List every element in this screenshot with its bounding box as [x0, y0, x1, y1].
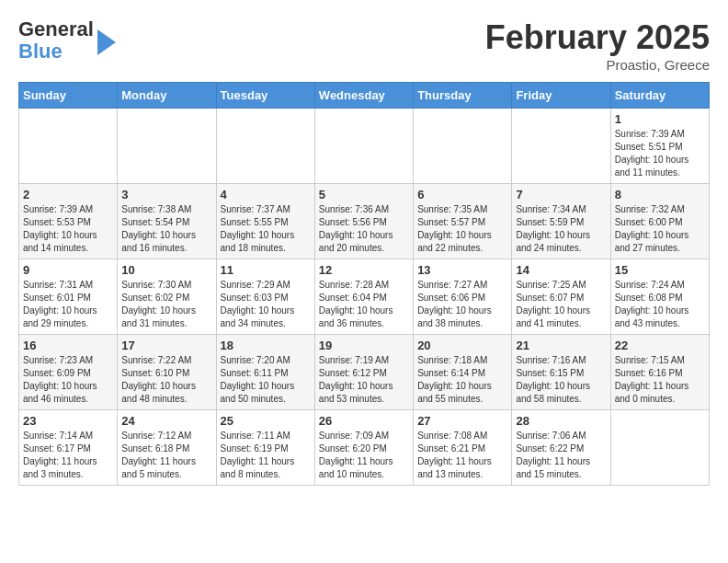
day-info: Sunrise: 7:25 AM Sunset: 6:07 PM Dayligh…: [516, 279, 606, 330]
day-info: Sunrise: 7:32 AM Sunset: 6:00 PM Dayligh…: [615, 203, 705, 255]
day-number: 1: [615, 112, 705, 126]
logo: General Blue: [18, 18, 116, 63]
weekday-sunday: Sunday: [19, 83, 118, 109]
day-info: Sunrise: 7:23 AM Sunset: 6:09 PM Dayligh…: [23, 354, 113, 406]
title-block: February 2025 Proastio, Greece: [485, 18, 710, 73]
day-number: 14: [516, 263, 606, 277]
calendar-cell: 16Sunrise: 7:23 AM Sunset: 6:09 PM Dayli…: [19, 335, 118, 410]
logo-general: General: [18, 18, 94, 40]
day-number: 18: [221, 339, 311, 352]
day-number: 20: [417, 339, 507, 352]
weekday-monday: Monday: [118, 83, 216, 109]
weekday-tuesday: Tuesday: [216, 83, 314, 109]
day-info: Sunrise: 7:34 AM Sunset: 5:59 PM Dayligh…: [516, 203, 606, 255]
calendar-cell: 27Sunrise: 7:08 AM Sunset: 6:21 PM Dayli…: [414, 410, 512, 486]
calendar-cell: 4Sunrise: 7:37 AM Sunset: 5:55 PM Daylig…: [216, 184, 314, 259]
logo-blue: Blue: [18, 40, 94, 63]
calendar-cell: 23Sunrise: 7:14 AM Sunset: 6:17 PM Dayli…: [19, 410, 118, 486]
day-number: 26: [319, 414, 409, 428]
weekday-header-row: SundayMondayTuesdayWednesdayThursdayFrid…: [19, 83, 710, 109]
day-number: 8: [615, 188, 705, 201]
day-info: Sunrise: 7:22 AM Sunset: 6:10 PM Dayligh…: [121, 354, 211, 406]
calendar-cell: 15Sunrise: 7:24 AM Sunset: 6:08 PM Dayli…: [610, 259, 709, 335]
day-number: 10: [121, 263, 211, 277]
page-header: General Blue February 2025 Proastio, Gre…: [18, 18, 710, 73]
day-number: 7: [516, 188, 606, 201]
day-number: 13: [417, 263, 507, 277]
day-number: 24: [121, 414, 211, 428]
day-info: Sunrise: 7:39 AM Sunset: 5:51 PM Dayligh…: [615, 128, 705, 179]
calendar-cell: [610, 410, 709, 486]
calendar-cell: 17Sunrise: 7:22 AM Sunset: 6:10 PM Dayli…: [118, 335, 216, 410]
week-row-2: 9Sunrise: 7:31 AM Sunset: 6:01 PM Daylig…: [19, 259, 710, 335]
logo-arrow-icon: [97, 29, 116, 55]
calendar-cell: 24Sunrise: 7:12 AM Sunset: 6:18 PM Dayli…: [118, 410, 216, 486]
week-row-3: 16Sunrise: 7:23 AM Sunset: 6:09 PM Dayli…: [19, 335, 710, 410]
week-row-1: 2Sunrise: 7:39 AM Sunset: 5:53 PM Daylig…: [19, 184, 710, 259]
calendar-cell: 28Sunrise: 7:06 AM Sunset: 6:22 PM Dayli…: [512, 410, 610, 486]
day-number: 17: [121, 339, 211, 352]
day-info: Sunrise: 7:11 AM Sunset: 6:19 PM Dayligh…: [221, 430, 311, 481]
location: Proastio, Greece: [485, 57, 710, 73]
day-number: 6: [417, 188, 507, 201]
day-number: 9: [23, 263, 113, 277]
calendar-cell: 9Sunrise: 7:31 AM Sunset: 6:01 PM Daylig…: [19, 259, 118, 335]
day-info: Sunrise: 7:27 AM Sunset: 6:06 PM Dayligh…: [417, 279, 507, 330]
day-info: Sunrise: 7:37 AM Sunset: 5:55 PM Dayligh…: [221, 203, 311, 255]
day-info: Sunrise: 7:29 AM Sunset: 6:03 PM Dayligh…: [221, 279, 311, 330]
calendar-cell: 26Sunrise: 7:09 AM Sunset: 6:20 PM Dayli…: [314, 410, 413, 486]
calendar-body: 1Sunrise: 7:39 AM Sunset: 5:51 PM Daylig…: [19, 109, 710, 486]
calendar-cell: 25Sunrise: 7:11 AM Sunset: 6:19 PM Dayli…: [216, 410, 314, 486]
day-info: Sunrise: 7:30 AM Sunset: 6:02 PM Dayligh…: [121, 279, 211, 330]
day-number: 16: [23, 339, 113, 352]
calendar-cell: 20Sunrise: 7:18 AM Sunset: 6:14 PM Dayli…: [414, 335, 512, 410]
day-info: Sunrise: 7:18 AM Sunset: 6:14 PM Dayligh…: [417, 354, 507, 406]
calendar-table: SundayMondayTuesdayWednesdayThursdayFrid…: [18, 82, 710, 486]
day-info: Sunrise: 7:24 AM Sunset: 6:08 PM Dayligh…: [615, 279, 705, 330]
day-info: Sunrise: 7:09 AM Sunset: 6:20 PM Dayligh…: [319, 430, 409, 481]
calendar-cell: 1Sunrise: 7:39 AM Sunset: 5:51 PM Daylig…: [610, 109, 709, 184]
day-info: Sunrise: 7:38 AM Sunset: 5:54 PM Dayligh…: [121, 203, 211, 255]
calendar-cell: 6Sunrise: 7:35 AM Sunset: 5:57 PM Daylig…: [414, 184, 512, 259]
day-number: 2: [23, 188, 113, 201]
weekday-thursday: Thursday: [414, 83, 512, 109]
calendar-header: SundayMondayTuesdayWednesdayThursdayFrid…: [19, 83, 710, 109]
calendar-cell: [314, 109, 413, 184]
calendar-cell: 11Sunrise: 7:29 AM Sunset: 6:03 PM Dayli…: [216, 259, 314, 335]
calendar-cell: [512, 109, 610, 184]
day-number: 5: [319, 188, 409, 201]
day-number: 12: [319, 263, 409, 277]
day-info: Sunrise: 7:16 AM Sunset: 6:15 PM Dayligh…: [516, 354, 606, 406]
weekday-friday: Friday: [512, 83, 610, 109]
calendar-cell: 7Sunrise: 7:34 AM Sunset: 5:59 PM Daylig…: [512, 184, 610, 259]
calendar-cell: 21Sunrise: 7:16 AM Sunset: 6:15 PM Dayli…: [512, 335, 610, 410]
day-number: 19: [319, 339, 409, 352]
day-info: Sunrise: 7:20 AM Sunset: 6:11 PM Dayligh…: [221, 354, 311, 406]
weekday-wednesday: Wednesday: [314, 83, 413, 109]
day-number: 25: [221, 414, 311, 428]
day-info: Sunrise: 7:36 AM Sunset: 5:56 PM Dayligh…: [319, 203, 409, 255]
day-number: 27: [417, 414, 507, 428]
calendar-cell: 3Sunrise: 7:38 AM Sunset: 5:54 PM Daylig…: [118, 184, 216, 259]
day-info: Sunrise: 7:19 AM Sunset: 6:12 PM Dayligh…: [319, 354, 409, 406]
calendar-cell: 2Sunrise: 7:39 AM Sunset: 5:53 PM Daylig…: [19, 184, 118, 259]
day-number: 22: [615, 339, 705, 352]
calendar-cell: 13Sunrise: 7:27 AM Sunset: 6:06 PM Dayli…: [414, 259, 512, 335]
month-title: February 2025: [485, 18, 710, 57]
day-number: 15: [615, 263, 705, 277]
calendar-cell: [19, 109, 118, 184]
day-info: Sunrise: 7:28 AM Sunset: 6:04 PM Dayligh…: [319, 279, 409, 330]
calendar-cell: 5Sunrise: 7:36 AM Sunset: 5:56 PM Daylig…: [314, 184, 413, 259]
calendar-cell: [414, 109, 512, 184]
week-row-0: 1Sunrise: 7:39 AM Sunset: 5:51 PM Daylig…: [19, 109, 710, 184]
day-info: Sunrise: 7:08 AM Sunset: 6:21 PM Dayligh…: [417, 430, 507, 481]
calendar-cell: 18Sunrise: 7:20 AM Sunset: 6:11 PM Dayli…: [216, 335, 314, 410]
week-row-4: 23Sunrise: 7:14 AM Sunset: 6:17 PM Dayli…: [19, 410, 710, 486]
calendar-cell: 8Sunrise: 7:32 AM Sunset: 6:00 PM Daylig…: [610, 184, 709, 259]
day-number: 21: [516, 339, 606, 352]
day-info: Sunrise: 7:14 AM Sunset: 6:17 PM Dayligh…: [23, 430, 113, 481]
logo-text: General Blue: [18, 18, 94, 63]
day-number: 23: [23, 414, 113, 428]
day-number: 3: [121, 188, 211, 201]
day-info: Sunrise: 7:15 AM Sunset: 6:16 PM Dayligh…: [615, 354, 705, 406]
